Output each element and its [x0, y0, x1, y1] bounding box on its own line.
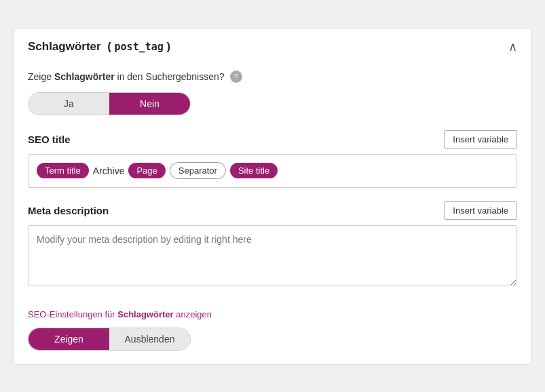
- tag-archive-text: Archive: [93, 165, 125, 176]
- panel-title-text: Schlagwörter: [28, 40, 101, 53]
- bottom-toggle-group: Zeigen Ausblenden: [28, 328, 191, 351]
- seo-title-header: SEO title Insert variable: [28, 130, 517, 149]
- question-before: Zeige: [28, 71, 54, 82]
- zeigen-button[interactable]: Zeigen: [29, 328, 109, 350]
- seo-title-section: SEO title Insert variable Term title Arc…: [28, 130, 517, 188]
- question-after: in den Suchergebnissen?: [115, 71, 225, 82]
- meta-description-textarea[interactable]: [28, 225, 517, 286]
- tag-term-title: Term title: [37, 163, 89, 178]
- meta-description-label: Meta description: [28, 205, 109, 216]
- collapse-icon[interactable]: ∧: [508, 39, 517, 54]
- ausblenden-button[interactable]: Ausblenden: [109, 328, 190, 350]
- tag-separator: Separator: [170, 162, 226, 179]
- meta-description-section: Meta description Insert variable: [28, 201, 517, 289]
- seo-settings-link[interactable]: SEO-Einstellungen für Schlagwörter anzei…: [28, 309, 212, 319]
- schlagwoerter-panel: Schlagwörter ( post_tag ) ∧ Zeige Schlag…: [14, 28, 531, 365]
- meta-description-header: Meta description Insert variable: [28, 201, 517, 220]
- toggle-ja-button[interactable]: Ja: [29, 93, 109, 115]
- toggle-nein-button[interactable]: Nein: [109, 93, 190, 115]
- panel-title-code: post_tag: [115, 41, 164, 53]
- panel-header: Schlagwörter ( post_tag ) ∧: [14, 28, 531, 64]
- panel-body: Zeige Schlagwörter in den Suchergebnisse…: [14, 64, 531, 364]
- question-text: Zeige Schlagwörter in den Suchergebnisse…: [28, 71, 225, 82]
- search-toggle-group: Ja Nein: [28, 92, 191, 115]
- seo-link-bold: Schlagwörter: [117, 309, 173, 319]
- help-icon[interactable]: ?: [230, 71, 242, 83]
- panel-title: Schlagwörter ( post_tag ): [28, 40, 170, 54]
- seo-title-insert-variable-button[interactable]: Insert variable: [444, 130, 517, 149]
- seo-link-after: anzeigen: [174, 309, 212, 319]
- seo-link-before: SEO-Einstellungen für: [28, 309, 117, 319]
- meta-description-insert-variable-button[interactable]: Insert variable: [444, 201, 517, 220]
- question-row: Zeige Schlagwörter in den Suchergebnisse…: [28, 71, 517, 83]
- tag-page: Page: [128, 163, 165, 178]
- seo-title-tags-box[interactable]: Term title Archive Page Separator Site t…: [28, 154, 517, 188]
- tag-site-title: Site title: [230, 163, 278, 178]
- question-bold: Schlagwörter: [54, 71, 115, 82]
- seo-title-label: SEO title: [28, 134, 71, 145]
